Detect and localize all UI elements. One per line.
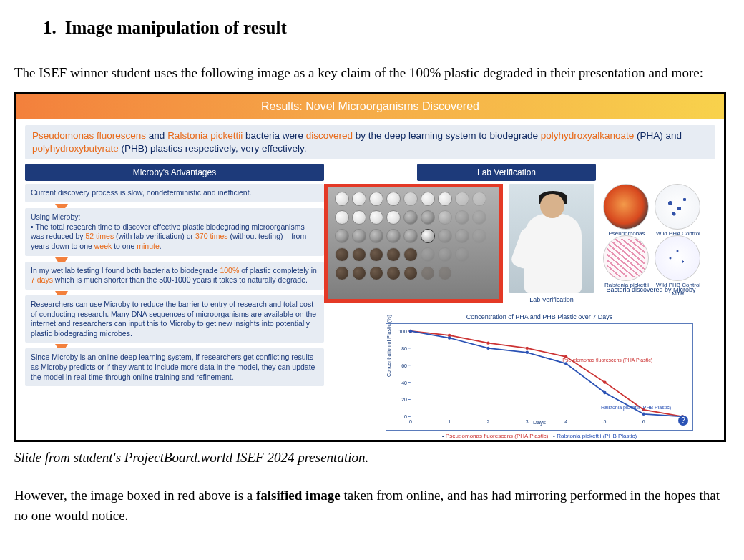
svg-text:60: 60 (401, 363, 407, 368)
subhead-text: (PHB) plastics respectively, very effect… (119, 143, 307, 154)
chart-area: Concentration of PHA and PHB Plastic ove… (386, 313, 693, 442)
svg-point-29 (448, 337, 451, 340)
subhead-term: polyhydroxyalkanoate (541, 130, 635, 141)
circle-4: Wild PHB Control MTR (655, 235, 702, 283)
svg-text:100: 100 (398, 329, 407, 334)
circle-3: Ralstonia pickettii (603, 235, 650, 283)
para2-bold: falsified image (256, 488, 341, 503)
followup-paragraph: However, the image boxed in red above is… (14, 486, 730, 526)
advantage-box-1: Current discovery process is slow, nonde… (25, 184, 324, 202)
bacteria-circles: Pseudomonas fluorescens Wild PHA Control… (603, 184, 702, 283)
adv2-em: 52 times (85, 232, 114, 240)
chart-title: Concentration of PHA and PHB Plastic ove… (386, 313, 693, 323)
subhead-term: Pseudomonas fluorescens (32, 130, 146, 141)
subhead-term: polyhydroxybutyrate (32, 143, 119, 154)
subhead-text: bacteria were (243, 130, 306, 141)
legend-b: Ralstonia pickettii (PHB Plastic) (557, 433, 637, 439)
heading-text: Image manipulation of result (65, 18, 287, 37)
chart-annot-b: Ralstonia pickettii (PHB Plastic) (601, 404, 671, 412)
intro-paragraph: The ISEF winner student uses the followi… (14, 63, 730, 84)
lab-photo-block: Lab Verification (509, 184, 594, 305)
adv2-text: to one (112, 242, 137, 250)
advantage-box-2: Using Microby: • The total research time… (25, 208, 324, 256)
legend-a: Pseudomonas fluorescens (PHA Plastic) (446, 433, 549, 439)
bacteria-caption: Bacteria discovered by Microby (600, 285, 702, 295)
svg-text:6: 6 (642, 420, 645, 425)
adv3-em: 7 days (31, 275, 53, 284)
labver-header: Lab Verification (417, 164, 596, 181)
svg-point-22 (486, 342, 489, 345)
adv2-text: (with lab verification) or (114, 232, 195, 240)
labver-caption: Lab Verification (509, 295, 594, 305)
svg-point-33 (603, 391, 606, 394)
advantage-box-4: Researchers can use Microby to reduce th… (25, 295, 324, 343)
adv3-text: of plastic completely in (239, 266, 317, 275)
para2-text: However, the image boxed in red above is… (14, 488, 256, 503)
slide-subhead: Pseudomonas fluorescens and Ralstonia pi… (25, 125, 715, 159)
chart-xlabel: Days (533, 418, 546, 427)
adv2-em: week (94, 242, 112, 250)
svg-text:20: 20 (401, 398, 407, 403)
adv2-pre: Using Microby: (31, 212, 80, 221)
figure-caption: Slide from student's ProjectBoard.world … (14, 448, 730, 468)
svg-point-28 (409, 330, 412, 333)
svg-text:2: 2 (487, 420, 490, 425)
adv3-text: In my wet lab testing I found both bacte… (31, 266, 220, 275)
svg-text:0: 0 (409, 420, 412, 425)
adv3-em: 100% (220, 266, 239, 275)
lab-photo (509, 184, 594, 293)
adv2-em: 370 times (195, 232, 228, 240)
circle-1: Pseudomonas fluorescens (603, 184, 650, 231)
svg-text:3: 3 (526, 420, 529, 425)
svg-text:80: 80 (401, 346, 407, 351)
slide-image: Results: Novel Microorganisms Discovered… (14, 92, 726, 442)
chart-annot-a: Pseudomonas fluorescens (PHA Plastic) (562, 357, 652, 365)
svg-point-30 (486, 347, 489, 350)
svg-point-34 (642, 413, 645, 416)
subhead-text: and (146, 130, 167, 141)
right-column: Lab Verification Lab Verification (324, 164, 715, 442)
lab-images-row: Lab Verification Pseudomonas fluorescens… (324, 184, 715, 305)
svg-point-25 (603, 381, 606, 384)
subhead-text: by the deep learning system to biodegrad… (353, 130, 541, 141)
adv3-text: which is much shorter than the 500-1000 … (53, 275, 308, 284)
advantage-box-5: Since Microby is an online deep learning… (25, 348, 324, 386)
advantages-header: Microby's Advantages (25, 164, 324, 181)
svg-point-31 (526, 351, 529, 354)
chart-ylabel: Concentration of Plastic (%) (386, 315, 393, 378)
chart-legend: • Pseudomonas fluorescens (PHA Plastic) … (386, 432, 693, 441)
left-column: Microby's Advantages Current discovery p… (25, 164, 324, 442)
svg-text:1: 1 (448, 420, 451, 425)
adv1-text: Current discovery process is slow, nonde… (31, 188, 252, 197)
bacteria-circles-block: Pseudomonas fluorescens Wild PHA Control… (600, 184, 702, 295)
heading-number: 1. (43, 18, 57, 37)
svg-point-23 (526, 347, 529, 350)
adv4-text: Researchers can use Microby to reduce th… (31, 300, 316, 338)
subhead-term: discovered (306, 130, 353, 141)
svg-text:4: 4 (564, 420, 567, 425)
adv2-em: minute (137, 242, 160, 250)
svg-text:0: 0 (404, 415, 407, 420)
section-heading: 1.Image manipulation of result (43, 14, 730, 41)
advantage-box-3: In my wet lab testing I found both bacte… (25, 262, 324, 290)
svg-text:5: 5 (603, 420, 606, 425)
adv2-text: . (160, 242, 162, 250)
slide-banner: Results: Novel Microorganisms Discovered (16, 94, 724, 119)
slide-columns: Microby's Advantages Current discovery p… (16, 164, 724, 442)
svg-text:40: 40 (401, 380, 407, 385)
circle-2: Wild PHA Control MTR (655, 184, 702, 231)
subhead-term: Ralstonia pickettii (167, 130, 243, 141)
red-highlighted-image (324, 184, 503, 303)
subhead-text: (PHA) and (634, 130, 682, 141)
line-chart: 02040608010001234567 Pseudomonas fluores… (386, 323, 693, 431)
